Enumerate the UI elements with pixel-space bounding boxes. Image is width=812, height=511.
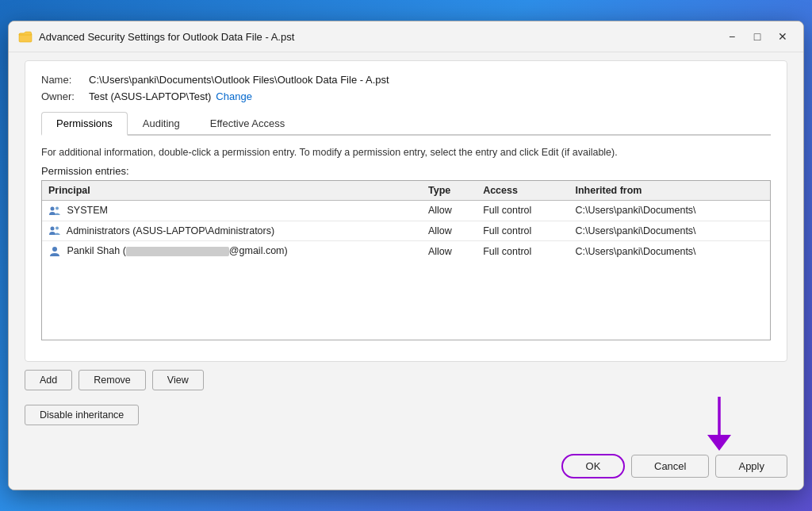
table-area[interactable]: Principal Type Access Inherited from (42, 181, 770, 340)
type-cell: Allow (422, 200, 477, 221)
access-cell: Full control (477, 221, 569, 241)
inherited-cell: C:\Users\panki\Documents\ (569, 221, 770, 241)
view-button[interactable]: View (152, 370, 204, 390)
col-type: Type (422, 181, 477, 201)
permission-table-container: Principal Type Access Inherited from (41, 180, 771, 340)
principal-cell: SYSTEM (42, 200, 422, 221)
permission-entries-label: Permission entries: (41, 165, 771, 177)
access-cell: Full control (477, 200, 569, 221)
close-button[interactable]: ✕ (772, 28, 794, 45)
remove-button[interactable]: Remove (79, 370, 146, 390)
name-label: Name: (41, 74, 89, 86)
tab-effective-access[interactable]: Effective Access (195, 112, 300, 136)
principal-cell: Pankil Shah ( @gmail.com) (42, 241, 422, 261)
group-user-icon (48, 225, 61, 236)
tab-permissions[interactable]: Permissions (41, 112, 128, 136)
svg-point-1 (51, 206, 55, 210)
svg-point-4 (56, 227, 59, 230)
title-bar: Advanced Security Settings for Outlook D… (9, 21, 803, 52)
col-principal: Principal (42, 181, 422, 201)
svg-point-2 (56, 206, 59, 209)
principal-name: SYSTEM (67, 205, 107, 216)
table-row[interactable]: Pankil Shah ( @gmail.com) Allow Full con… (42, 241, 770, 261)
table-row[interactable]: Administrators (ASUS-LAPTOP\Administrato… (42, 221, 770, 241)
ok-button[interactable]: OK (561, 454, 625, 478)
add-button[interactable]: Add (25, 370, 72, 390)
window-title: Advanced Security Settings for Outlook D… (39, 31, 714, 43)
tab-auditing[interactable]: Auditing (128, 112, 195, 136)
cancel-button[interactable]: Cancel (631, 455, 709, 478)
col-inherited: Inherited from (569, 181, 770, 201)
dialog-window: Advanced Security Settings for Outlook D… (8, 21, 804, 490)
group-user-icon (48, 206, 61, 217)
table-row[interactable]: SYSTEM Allow Full control C:\Users\panki… (42, 200, 770, 221)
access-cell: Full control (477, 241, 569, 261)
action-buttons: Add Remove View (17, 370, 795, 390)
col-access: Access (477, 181, 569, 201)
tab-bar: Permissions Auditing Effective Access (41, 112, 771, 136)
name-row: Name: C:\Users\panki\Documents\Outlook F… (41, 74, 771, 86)
dialog-footer: OK Cancel Apply (9, 446, 803, 490)
principal-name-suffix: @gmail.com) (229, 245, 288, 256)
single-user-icon (48, 246, 61, 257)
inheritance-area: Disable inheritance (17, 402, 795, 438)
permission-table: Principal Type Access Inherited from (42, 181, 770, 261)
description-text: For additional information, double-click… (41, 145, 771, 160)
change-owner-link[interactable]: Change (216, 90, 252, 102)
folder-icon (18, 29, 33, 44)
minimize-button[interactable]: − (721, 28, 743, 45)
disable-inheritance-button[interactable]: Disable inheritance (25, 405, 139, 425)
inherited-cell: C:\Users\panki\Documents\ (569, 241, 770, 261)
owner-value: Test (ASUS-LAPTOP\Test) (89, 90, 211, 102)
maximize-button[interactable]: □ (746, 28, 768, 45)
type-cell: Allow (422, 241, 477, 261)
inherited-cell: C:\Users\panki\Documents\ (569, 200, 770, 221)
principal-blurred (126, 247, 229, 256)
svg-point-5 (52, 247, 57, 252)
main-content: Name: C:\Users\panki\Documents\Outlook F… (25, 60, 787, 362)
apply-button[interactable]: Apply (715, 455, 787, 478)
principal-cell: Administrators (ASUS-LAPTOP\Administrato… (42, 221, 422, 241)
svg-point-3 (51, 227, 55, 231)
owner-row: Owner: Test (ASUS-LAPTOP\Test) Change (41, 90, 771, 102)
name-value: C:\Users\panki\Documents\Outlook Files\O… (89, 74, 389, 86)
principal-name: Administrators (ASUS-LAPTOP\Administrato… (67, 225, 274, 236)
window-controls: − □ ✕ (721, 28, 794, 45)
type-cell: Allow (422, 221, 477, 241)
owner-label: Owner: (41, 90, 89, 102)
principal-name-prefix: Pankil Shah ( (67, 245, 125, 256)
